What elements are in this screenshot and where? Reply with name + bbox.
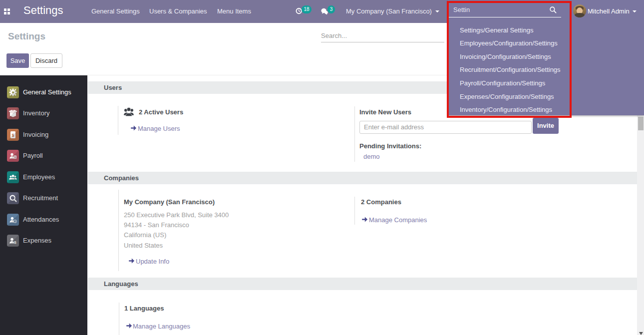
svg-text:$: $: [14, 156, 16, 159]
svg-text:$: $: [14, 240, 16, 245]
svg-text:$: $: [11, 133, 14, 138]
